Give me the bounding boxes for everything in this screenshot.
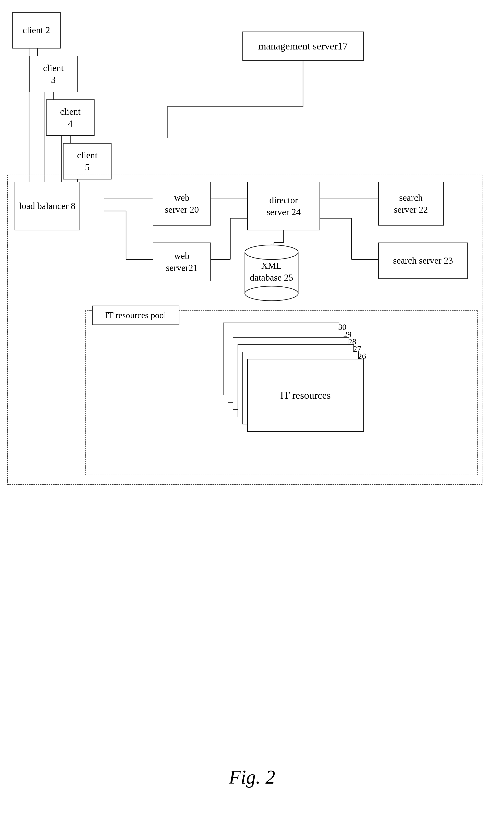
- search-server-22-label: searchserver 22: [394, 192, 428, 216]
- svg-point-31: [245, 286, 298, 301]
- client-3-box: client3: [29, 56, 78, 92]
- client-4-label: client4: [60, 106, 81, 130]
- it-resources-front-label: IT resources: [280, 389, 331, 402]
- director-server-label: directorserver 24: [267, 194, 301, 218]
- client-2-box: client 2: [12, 12, 61, 49]
- web-server-21-box: webserver21: [153, 243, 211, 281]
- it-resources-pool-label: IT resources pool: [105, 310, 166, 321]
- xml-database-cylinder: XMLdatabase 25: [242, 243, 301, 301]
- client-3-label: client3: [43, 62, 63, 86]
- client-2-label: client 2: [23, 24, 50, 36]
- load-balancer-label: load balancer 8: [19, 200, 75, 212]
- search-server-22-box: searchserver 22: [378, 182, 444, 226]
- it-resources-front-box: IT resources: [247, 359, 364, 432]
- director-server-box: directorserver 24: [247, 182, 320, 230]
- management-server-label: management server17: [258, 40, 348, 53]
- search-server-23-label: search server 23: [393, 255, 453, 266]
- web-server-21-label: webserver21: [166, 250, 198, 274]
- search-server-23-box: search server 23: [378, 243, 468, 279]
- client-5-box: client5: [63, 143, 111, 180]
- client-4-box: client4: [46, 99, 95, 136]
- svg-point-30: [245, 245, 298, 259]
- web-server-20-box: webserver 20: [153, 182, 211, 226]
- web-server-20-label: webserver 20: [165, 192, 199, 216]
- management-server-box: management server17: [242, 32, 364, 61]
- it-resources-pool-box: IT resources pool: [92, 305, 180, 325]
- load-balancer-box: load balancer 8: [14, 182, 80, 230]
- figure-label: Fig. 2: [0, 766, 504, 788]
- xml-database-label: XMLdatabase 25: [250, 260, 293, 284]
- client-5-label: client5: [77, 149, 97, 174]
